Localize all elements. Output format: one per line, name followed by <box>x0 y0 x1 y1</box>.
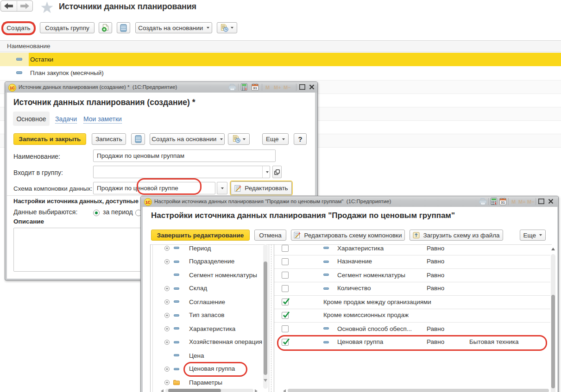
svg-text:31: 31 <box>501 200 505 205</box>
svg-text:31: 31 <box>253 86 257 90</box>
